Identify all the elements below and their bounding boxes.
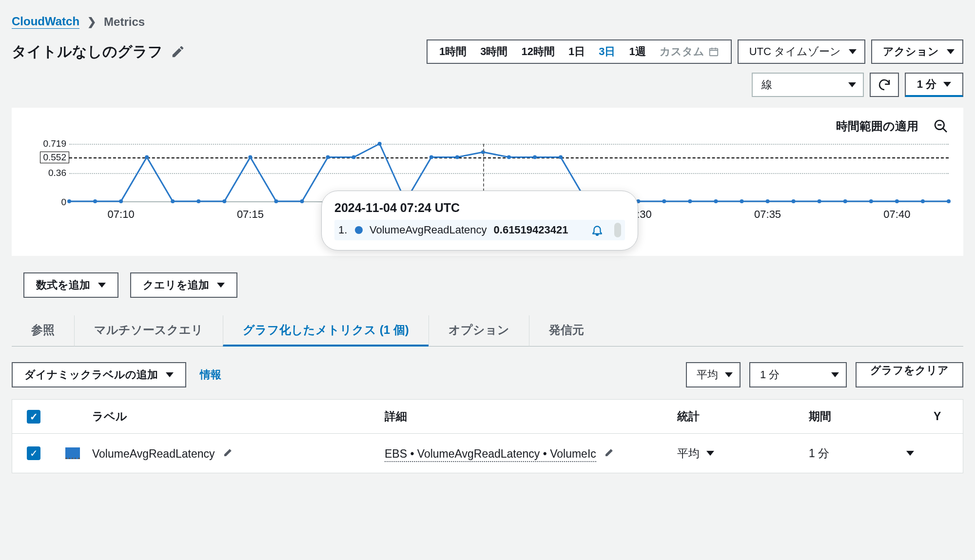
header-stat[interactable]: 統計 [675,409,807,424]
breadcrumb: CloudWatch ❯ Metrics [0,0,975,38]
svg-point-7 [196,199,200,203]
tooltip-metric-name: VolumeAvgReadLatency [370,224,487,236]
caret-down-icon [906,451,914,456]
breadcrumb-root[interactable]: CloudWatch [12,15,79,29]
svg-point-32 [843,199,847,203]
metrics-tabs: 参照 マルチソースクエリ グラフ化したメトリクス (1 個) オプション 発信元 [0,298,975,347]
time-range-custom-label: カスタム [660,40,704,63]
svg-point-31 [818,199,821,203]
tooltip-scroll-handle[interactable] [614,223,621,237]
row-detail[interactable]: EBS • VolumeAvgReadLatency • VolumeIc [385,447,596,462]
svg-point-2 [67,199,71,203]
svg-point-34 [895,199,899,203]
time-range-1h[interactable]: 1時間 [432,40,473,63]
caret-down-icon [831,372,839,377]
metrics-table: ✓ ラベル 詳細 統計 期間 Y ✓ VolumeAvgReadLatency [12,399,963,473]
add-math-button[interactable]: 数式を追加 [23,272,118,298]
time-range-1w[interactable]: 1週 [622,40,652,63]
add-dynamic-label-button[interactable]: ダイナミックラベルの追加 [12,362,186,387]
caret-down-icon [849,49,857,54]
period-button-label: 1 分 [917,77,936,92]
tab-source[interactable]: 発信元 [529,315,604,347]
caret-down-icon [947,49,955,54]
caret-down-icon [848,82,856,87]
svg-point-26 [688,199,692,203]
header-detail[interactable]: 詳細 [383,409,675,424]
time-range-3d[interactable]: 3日 [592,40,622,63]
tooltip-timestamp: 2024-11-04 07:24 UTC [334,201,625,215]
svg-point-19 [507,155,511,159]
actions-button[interactable]: アクション [871,39,963,64]
edit-title-icon[interactable] [171,44,185,59]
bell-icon[interactable] [591,224,604,236]
svg-point-20 [533,155,537,159]
actions-label: アクション [883,44,939,59]
time-range-12h[interactable]: 12時間 [514,40,561,63]
svg-point-4 [119,199,123,203]
tab-browse[interactable]: 参照 [12,315,74,347]
time-range-1d[interactable]: 1日 [562,40,592,63]
caret-down-icon [98,283,106,288]
caret-down-icon [166,372,174,377]
edit-label-icon[interactable] [223,446,234,458]
tooltip-index: 1. [338,224,348,236]
svg-point-30 [792,199,796,203]
edit-detail-icon[interactable] [604,446,616,458]
svg-point-13 [352,155,356,159]
statistic-select[interactable]: 平均 [686,362,741,387]
chart-type-select[interactable]: 線 [752,73,864,97]
add-query-button[interactable]: クエリを追加 [130,272,237,298]
svg-point-25 [662,199,666,203]
chart-type-label: 線 [761,77,772,92]
svg-point-21 [559,155,563,159]
svg-point-9 [248,155,252,159]
period-button[interactable]: 1 分 [905,73,963,97]
add-math-label: 数式を追加 [36,278,90,292]
calendar-icon [708,46,719,57]
header-label[interactable]: ラベル [90,409,383,424]
page-title: タイトルなしのグラフ [12,42,163,62]
svg-point-29 [766,199,770,203]
chart-panel: 時間範囲の適用 0.719 0.552 0.36 0 11-04 07:24 0… [12,108,963,256]
svg-point-12 [326,155,330,159]
svg-rect-0 [709,49,718,56]
svg-point-28 [740,199,744,203]
series-color-dot [355,226,363,234]
timezone-select[interactable]: UTC タイムゾーン [738,39,865,64]
svg-point-16 [429,155,433,159]
svg-point-6 [171,199,175,203]
header-period[interactable]: 期間 [807,409,934,424]
zoom-out-icon[interactable] [933,118,949,134]
tooltip-value: 0.61519423421 [494,224,568,236]
svg-point-10 [274,199,278,203]
time-range-3h[interactable]: 3時間 [473,40,514,63]
caret-down-icon [217,283,225,288]
add-query-label: クエリを追加 [143,278,209,292]
time-range-custom[interactable]: カスタム [653,40,726,63]
svg-point-14 [378,142,382,146]
tab-options[interactable]: オプション [429,315,529,347]
statistic-select-label: 平均 [697,367,718,382]
series-color-swatch[interactable] [65,447,80,459]
select-all-checkbox[interactable]: ✓ [27,410,40,424]
refresh-button[interactable] [870,73,899,97]
period-select[interactable]: 1 分 [749,362,847,387]
row-checkbox[interactable]: ✓ [27,446,40,460]
caret-down-icon [706,451,714,456]
svg-point-5 [145,155,149,159]
add-dynamic-label-text: ダイナミックラベルの追加 [24,367,158,382]
tab-graphed-metrics[interactable]: グラフ化したメトリクス (1 個) [223,315,429,347]
info-link[interactable]: 情報 [200,367,221,382]
tab-multi-source-query[interactable]: マルチソースクエリ [74,315,223,347]
row-period-label: 1 分 [809,446,829,461]
row-statistic-select[interactable]: 平均 [677,446,807,461]
svg-point-11 [300,199,304,203]
y-highlight-value: 0.552 [40,152,69,163]
row-period-select[interactable]: 1 分 [807,446,934,461]
svg-point-3 [93,199,97,203]
svg-point-35 [921,199,925,203]
header-yaxis[interactable]: Y [934,410,963,423]
caret-down-icon [943,82,951,87]
clear-graph-button[interactable]: グラフをクリア [856,362,963,387]
svg-point-33 [869,199,873,203]
